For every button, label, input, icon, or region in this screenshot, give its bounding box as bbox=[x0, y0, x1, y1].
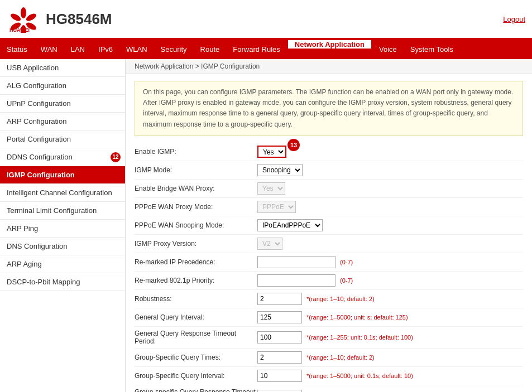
sidebar-item-alg-configuration[interactable]: ALG Configuration bbox=[0, 77, 125, 95]
sidebar-item-arp-configuration[interactable]: ARP Configuration bbox=[0, 113, 125, 130]
select-pppoe-wan-proxy-mode[interactable]: PPPoEIPoE bbox=[257, 201, 296, 213]
nav-voice[interactable]: Voice bbox=[372, 39, 404, 59]
sidebar-item-usb-application[interactable]: USB Application bbox=[0, 59, 125, 77]
label-pppoe-wan-proxy-mode: PPPoE WAN Proxy Mode: bbox=[135, 203, 257, 211]
sidebar-item-intelligent-channel[interactable]: Intelligent Channel Configuration bbox=[0, 184, 125, 202]
control-group-specific-query-interval: *(range: 1–5000; unit: 0.1s; default: 10… bbox=[257, 370, 413, 382]
navbar: Status WAN LAN IPv6 WLAN Security Route … bbox=[0, 39, 532, 59]
label-802-1p-priority: Re-marked 802.1p Priority: bbox=[135, 277, 257, 284]
label-enable-igmp: Enable IGMP: bbox=[135, 148, 257, 156]
input-group-specific-query-interval[interactable] bbox=[257, 370, 302, 382]
input-general-query-response[interactable] bbox=[257, 331, 302, 343]
field-group-specific-query-interval: Group-Specific Query Interval: *(range: … bbox=[135, 367, 523, 385]
field-802-1p-priority: Re-marked 802.1p Priority: (0-7) bbox=[135, 272, 523, 290]
select-igmp-proxy-version[interactable]: V2V3 bbox=[257, 238, 282, 250]
field-robustness: Robustness: *(range: 1–10; default: 2) bbox=[135, 290, 523, 308]
hint-general-query-interval: *(range: 1–5000; unit: s; default: 125) bbox=[306, 314, 408, 321]
control-802-1p-priority: (0-7) bbox=[257, 274, 353, 287]
nav-wlan[interactable]: WLAN bbox=[119, 39, 154, 59]
nav-ipv6[interactable]: IPv6 bbox=[92, 39, 119, 59]
field-group-specific-response-timeout: Group-specific Query Response Timeout Pe… bbox=[135, 385, 523, 392]
nav-lan[interactable]: LAN bbox=[64, 39, 92, 59]
label-group-specific-query-times: Group-Specific Query Times: bbox=[135, 354, 257, 361]
huawei-logo: HUAWEI bbox=[7, 5, 40, 33]
svg-point-5 bbox=[9, 12, 22, 23]
nav-forward-rules[interactable]: Forward Rules bbox=[226, 39, 287, 59]
field-igmp-mode: IGMP Mode: SnoopingProxy bbox=[135, 161, 523, 180]
input-group-specific-query-times[interactable] bbox=[257, 351, 302, 364]
field-group-specific-query-times: Group-Specific Query Times: *(range: 1–1… bbox=[135, 349, 523, 367]
input-general-query-interval[interactable] bbox=[257, 311, 302, 323]
sidebar-item-ddns-configuration[interactable]: DDNS Configuration 12 bbox=[0, 148, 125, 166]
nav-network-application[interactable]: Network Application bbox=[287, 39, 372, 50]
sidebar-item-terminal-limit[interactable]: Terminal Limit Configuration bbox=[0, 202, 125, 220]
field-pppoe-snooping-mode: PPPoE WAN Snooping Mode: IPoEAndPPPoEPPP… bbox=[135, 216, 523, 235]
badge-13: 13 bbox=[287, 139, 300, 151]
device-model: HG8546M bbox=[46, 11, 112, 28]
main-layout: USB Application ALG Configuration UPnP C… bbox=[0, 59, 532, 392]
input-802-1p-priority[interactable] bbox=[257, 274, 336, 287]
control-general-query-interval: *(range: 1–5000; unit: s; default: 125) bbox=[257, 311, 408, 323]
label-general-query-interval: General Query Interval: bbox=[135, 313, 257, 321]
control-group-specific-response-timeout: *(range: 1–255; unit: 0.1s; default: 10) bbox=[257, 390, 410, 392]
input-robustness[interactable] bbox=[257, 293, 302, 305]
label-group-specific-query-interval: Group-Specific Query Interval: bbox=[135, 372, 257, 380]
nav-status[interactable]: Status bbox=[0, 39, 34, 59]
hint-group-specific-query-times: *(range: 1–10; default: 2) bbox=[306, 354, 375, 361]
nav-security[interactable]: Security bbox=[154, 39, 194, 59]
control-igmp-proxy-version: V2V3 bbox=[257, 238, 282, 250]
select-pppoe-snooping-mode[interactable]: IPoEAndPPPoEPPPoEIPoE bbox=[257, 219, 323, 231]
form-area: Enable IGMP: YesNo 13 IGMP Mode: Snoopin… bbox=[126, 143, 532, 392]
label-ip-precedence: Re-marked IP Precedence: bbox=[135, 258, 257, 266]
label-bridge-wan-proxy: Enable Bridge WAN Proxy: bbox=[135, 185, 257, 192]
sidebar-item-arp-aging[interactable]: ARP Aging bbox=[0, 255, 125, 273]
label-general-query-response: General Query Response Timeout Period: bbox=[135, 330, 257, 345]
control-robustness: *(range: 1–10; default: 2) bbox=[257, 293, 375, 305]
svg-point-1 bbox=[25, 12, 37, 23]
sidebar-item-dns-configuration[interactable]: DNS Configuration bbox=[0, 238, 125, 255]
control-general-query-response: *(range: 1–255; unit: 0.1s; default: 100… bbox=[257, 331, 413, 343]
hint-robustness: *(range: 1–10; default: 2) bbox=[306, 296, 375, 302]
label-igmp-proxy-version: IGMP Proxy Version: bbox=[135, 240, 257, 248]
nav-system-tools[interactable]: System Tools bbox=[404, 39, 460, 59]
input-ip-precedence[interactable] bbox=[257, 256, 336, 268]
control-igmp-mode: SnoopingProxy bbox=[257, 164, 303, 176]
info-box: On this page, you can configure IGMP par… bbox=[135, 81, 523, 136]
hint-group-specific-query-interval: *(range: 1–5000; unit: 0.1s; default: 10… bbox=[306, 372, 413, 379]
sidebar-item-igmp-configuration[interactable]: IGMP Configuration bbox=[0, 166, 125, 184]
field-enable-igmp: Enable IGMP: YesNo 13 bbox=[135, 143, 523, 161]
hint-ip-precedence: (0-7) bbox=[340, 259, 353, 265]
field-general-query-interval: General Query Interval: *(range: 1–5000;… bbox=[135, 308, 523, 327]
select-bridge-wan-proxy[interactable]: YesNo bbox=[257, 182, 285, 195]
control-pppoe-wan-proxy-mode: PPPoEIPoE bbox=[257, 201, 296, 213]
sidebar-item-portal-configuration[interactable]: Portal Configuration bbox=[0, 130, 125, 148]
breadcrumb: Network Application > IGMP Configuration bbox=[126, 59, 532, 74]
svg-point-0 bbox=[21, 7, 26, 18]
sidebar: USB Application ALG Configuration UPnP C… bbox=[0, 59, 126, 392]
header: HUAWEI HG8546M Logout bbox=[0, 0, 532, 39]
hint-general-query-response: *(range: 1–255; unit: 0.1s; default: 100… bbox=[306, 334, 413, 341]
field-pppoe-wan-proxy-mode: PPPoE WAN Proxy Mode: PPPoEIPoE bbox=[135, 198, 523, 216]
select-enable-igmp[interactable]: YesNo bbox=[257, 146, 286, 158]
label-igmp-mode: IGMP Mode: bbox=[135, 166, 257, 174]
input-group-specific-response-timeout[interactable] bbox=[257, 390, 302, 392]
logout-button[interactable]: Logout bbox=[503, 15, 525, 23]
hint-802-1p-priority: (0-7) bbox=[340, 277, 353, 284]
select-igmp-mode[interactable]: SnoopingProxy bbox=[257, 164, 303, 176]
control-ip-precedence: (0-7) bbox=[257, 256, 353, 268]
sidebar-item-arp-ping[interactable]: ARP Ping bbox=[0, 220, 125, 238]
label-robustness: Robustness: bbox=[135, 295, 257, 303]
field-ip-precedence: Re-marked IP Precedence: (0-7) bbox=[135, 253, 523, 272]
control-enable-igmp: YesNo 13 bbox=[257, 146, 306, 158]
svg-text:HUAWEI: HUAWEI bbox=[9, 27, 30, 33]
logo-area: HUAWEI HG8546M bbox=[7, 5, 112, 33]
sidebar-item-dscp-pbit[interactable]: DSCP-to-Pbit Mapping bbox=[0, 273, 125, 291]
control-pppoe-snooping-mode: IPoEAndPPPoEPPPoEIPoE bbox=[257, 219, 323, 231]
nav-wan[interactable]: WAN bbox=[34, 39, 64, 59]
field-bridge-wan-proxy: Enable Bridge WAN Proxy: YesNo bbox=[135, 180, 523, 198]
content-area: Network Application > IGMP Configuration… bbox=[126, 59, 532, 392]
control-group-specific-query-times: *(range: 1–10; default: 2) bbox=[257, 351, 375, 364]
sidebar-item-upnp-configuration[interactable]: UPnP Configuration bbox=[0, 95, 125, 113]
ddns-badge: 12 bbox=[111, 152, 121, 162]
nav-route[interactable]: Route bbox=[194, 39, 227, 59]
